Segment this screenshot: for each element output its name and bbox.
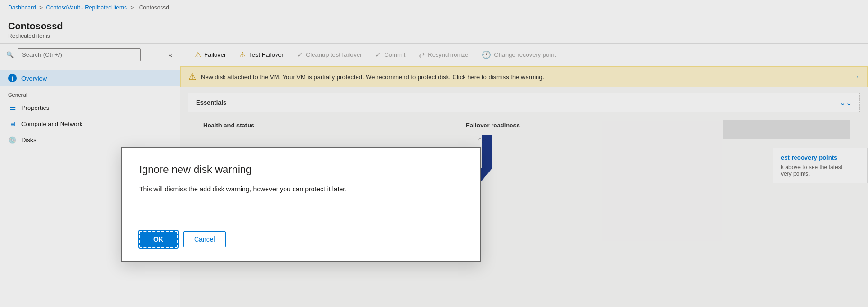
modal-divider (122, 221, 480, 221)
cancel-button[interactable]: Cancel (183, 231, 226, 247)
modal-dialog: Ignore new disk warning This will dismis… (121, 147, 481, 262)
page-wrapper: Dashboard > ContosoVault - Replicated it… (0, 0, 868, 307)
modal-overlay: Ignore new disk warning This will dismis… (0, 0, 868, 307)
ok-button[interactable]: OK (139, 231, 178, 248)
modal-footer: OK Cancel (122, 231, 480, 261)
modal-body: Ignore new disk warning This will dismis… (122, 148, 480, 221)
modal-title: Ignore new disk warning (139, 163, 463, 176)
modal-description: This will dismiss the add disk warning, … (139, 184, 463, 194)
